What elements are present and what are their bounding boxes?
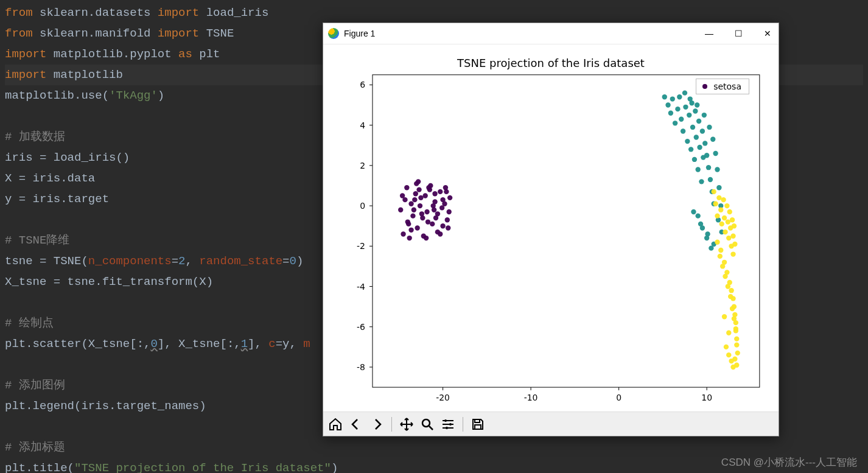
svg-point-109 xyxy=(707,125,712,130)
svg-point-101 xyxy=(706,165,711,170)
svg-point-59 xyxy=(400,193,405,198)
svg-text:-4: -4 xyxy=(357,282,365,292)
svg-point-111 xyxy=(713,151,718,156)
svg-point-83 xyxy=(681,128,685,133)
svg-point-164 xyxy=(735,351,740,356)
forward-icon[interactable] xyxy=(369,417,384,432)
svg-point-140 xyxy=(730,217,735,222)
svg-text:4: 4 xyxy=(360,121,365,130)
svg-point-45 xyxy=(401,231,405,236)
svg-point-73 xyxy=(416,187,421,192)
svg-point-98 xyxy=(700,128,705,133)
svg-line-176 xyxy=(429,426,433,430)
legend-label: setosa xyxy=(713,82,741,91)
svg-point-126 xyxy=(713,201,718,206)
svg-point-106 xyxy=(688,96,693,101)
svg-point-96 xyxy=(693,108,698,113)
minimize-button[interactable]: — xyxy=(703,29,715,38)
configure-icon[interactable] xyxy=(441,417,455,432)
save-icon[interactable] xyxy=(471,417,485,432)
svg-text:6: 6 xyxy=(360,80,365,89)
svg-point-97 xyxy=(696,119,701,124)
svg-point-177 xyxy=(444,419,447,422)
svg-point-57 xyxy=(439,205,444,210)
svg-point-110 xyxy=(710,137,715,142)
svg-point-119 xyxy=(691,209,696,214)
zoom-icon[interactable] xyxy=(420,417,435,432)
toolbar-separator xyxy=(463,417,463,432)
svg-point-25 xyxy=(398,208,403,212)
svg-point-144 xyxy=(732,242,737,247)
svg-point-170 xyxy=(734,363,739,368)
svg-point-156 xyxy=(720,264,725,268)
svg-point-93 xyxy=(699,179,704,184)
svg-point-136 xyxy=(726,236,731,240)
svg-point-127 xyxy=(715,213,719,218)
svg-point-76 xyxy=(665,102,670,107)
svg-point-46 xyxy=(407,236,411,240)
svg-point-163 xyxy=(734,342,739,347)
svg-point-92 xyxy=(697,145,702,150)
svg-point-75 xyxy=(662,94,667,99)
svg-point-121 xyxy=(705,231,710,236)
svg-point-32 xyxy=(418,203,422,208)
svg-point-137 xyxy=(727,209,732,214)
svg-point-90 xyxy=(694,135,699,139)
svg-point-66 xyxy=(447,209,452,214)
svg-point-74 xyxy=(432,208,436,212)
svg-point-125 xyxy=(712,189,716,194)
svg-point-131 xyxy=(721,197,726,202)
svg-point-99 xyxy=(702,141,707,145)
svg-point-100 xyxy=(704,153,709,158)
figure-window: Figure 1 — ☐ ✕ TSNE projection of the Ir… xyxy=(323,23,779,436)
svg-text:0: 0 xyxy=(360,201,365,211)
svg-point-58 xyxy=(446,225,450,230)
svg-point-129 xyxy=(718,208,723,212)
svg-point-135 xyxy=(726,219,730,224)
svg-point-169 xyxy=(732,357,737,362)
svg-point-112 xyxy=(715,167,719,172)
svg-point-54 xyxy=(418,195,423,200)
toolbar-separator xyxy=(391,417,392,432)
svg-point-44 xyxy=(447,195,452,200)
svg-point-160 xyxy=(730,306,735,311)
home-icon[interactable] xyxy=(328,417,343,432)
svg-point-162 xyxy=(733,326,738,331)
svg-point-62 xyxy=(419,211,424,216)
svg-point-53 xyxy=(411,208,416,212)
svg-point-88 xyxy=(690,125,695,130)
svg-point-143 xyxy=(732,223,737,228)
svg-point-61 xyxy=(412,197,417,202)
svg-point-31 xyxy=(415,225,419,230)
pan-icon[interactable] xyxy=(399,417,414,432)
window-title: Figure 1 xyxy=(344,29,375,38)
svg-point-79 xyxy=(673,121,677,125)
svg-point-43 xyxy=(445,217,450,222)
app-icon xyxy=(328,28,339,39)
svg-point-56 xyxy=(432,191,437,196)
watermark: CSDN @小桥流水---人工智能 xyxy=(721,455,857,469)
svg-point-35 xyxy=(424,209,429,214)
maximize-button[interactable]: ☐ xyxy=(732,29,744,38)
svg-point-158 xyxy=(726,284,730,289)
close-button[interactable]: ✕ xyxy=(761,29,774,38)
svg-point-63 xyxy=(426,185,431,190)
svg-text:-20: -20 xyxy=(436,393,450,402)
back-icon[interactable] xyxy=(349,417,363,432)
svg-text:0: 0 xyxy=(616,393,621,402)
svg-point-166 xyxy=(726,352,731,357)
plot-area[interactable]: TSNE projection of the Iris dataset -20-… xyxy=(323,44,779,412)
svg-point-148 xyxy=(729,288,733,293)
svg-point-172 xyxy=(718,248,723,253)
svg-point-52 xyxy=(404,185,409,190)
svg-point-141 xyxy=(730,234,735,239)
titlebar[interactable]: Figure 1 — ☐ ✕ xyxy=(323,23,779,44)
svg-text:2: 2 xyxy=(360,161,365,170)
svg-point-28 xyxy=(408,201,413,206)
svg-point-133 xyxy=(723,229,727,234)
svg-point-65 xyxy=(440,197,445,202)
svg-point-155 xyxy=(718,254,723,259)
svg-point-108 xyxy=(702,113,707,117)
svg-point-179 xyxy=(446,427,448,429)
svg-point-102 xyxy=(708,177,713,182)
